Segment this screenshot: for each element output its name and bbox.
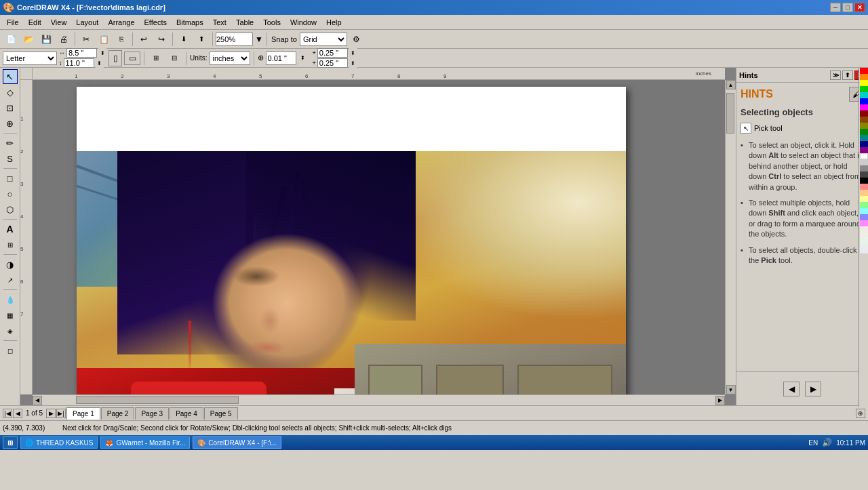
color-swatch-olive[interactable] — [860, 123, 868, 129]
table-tool-button[interactable]: ⊞ — [3, 237, 18, 252]
print-button[interactable]: 🖨 — [56, 32, 72, 47]
minimize-button[interactable]: ─ — [830, 3, 841, 12]
color-swatch-yellow[interactable] — [860, 80, 868, 86]
menu-text[interactable]: Text — [209, 17, 231, 28]
color-swatch-lt-cyan[interactable] — [860, 208, 868, 214]
freehand-tool-button[interactable]: ✏ — [3, 136, 18, 150]
color-swatch-green[interactable] — [860, 86, 868, 92]
color-swatch-purple[interactable] — [860, 147, 868, 153]
menu-effects[interactable]: Effects — [140, 17, 171, 28]
snap-settings[interactable]: ⚙ — [349, 32, 365, 47]
vscroll-up[interactable]: ▲ — [726, 80, 736, 89]
zoom-input[interactable]: 250% — [216, 33, 253, 46]
page-tab-2[interactable]: Page 2 — [101, 407, 135, 420]
color-swatch-lt-orange[interactable] — [860, 190, 868, 196]
dup-x-spinner[interactable]: ⬍ — [349, 48, 357, 58]
hints-next-button[interactable]: ▶ — [805, 382, 821, 396]
crop-tool-button[interactable]: ⊡ — [3, 100, 18, 115]
vscrollbar[interactable]: ▲ ▼ — [725, 80, 736, 394]
color-swatch-black[interactable] — [860, 178, 868, 184]
menu-file[interactable]: File — [3, 17, 23, 28]
hints-expand-button[interactable]: ≫ — [830, 70, 841, 80]
width-spinner[interactable]: ⬍ — [98, 48, 106, 58]
smart-draw-button[interactable]: S — [3, 151, 18, 166]
canvas-area[interactable]: 1 2 3 4 5 6 7 8 9 inches 1 2 3 4 — [20, 68, 736, 405]
color-swatch-pink[interactable] — [860, 184, 868, 190]
color-swatch-lt-magenta[interactable] — [860, 220, 868, 226]
menu-bitmaps[interactable]: Bitmaps — [172, 17, 208, 28]
polygon-tool-button[interactable]: ⬡ — [3, 202, 18, 217]
page-last-button[interactable]: ▶| — [56, 409, 66, 418]
menu-window[interactable]: Window — [286, 17, 321, 28]
color-swatch-dark-red[interactable] — [860, 110, 868, 117]
duplicate-x-input[interactable] — [317, 48, 348, 58]
hscroll-right[interactable]: ▶ — [715, 396, 725, 405]
smart-fill-button[interactable]: ◈ — [3, 323, 18, 338]
units-dropdown[interactable]: inches — [210, 52, 250, 65]
duplicate-y-input[interactable] — [317, 58, 348, 68]
undo-button[interactable]: ↩ — [136, 32, 152, 47]
color-swatch-dark-green[interactable] — [860, 129, 868, 135]
color-swatch-white[interactable] — [860, 153, 868, 159]
eyedropper-tool-button[interactable]: 💧 — [3, 292, 18, 307]
color-swatch-cyan[interactable] — [860, 92, 868, 98]
start-button[interactable]: ⊞ — [3, 436, 18, 449]
ellipse-tool-button[interactable]: ○ — [3, 186, 18, 201]
pick-tool-button[interactable]: ↖ — [3, 69, 18, 84]
nudge-input[interactable] — [266, 52, 296, 65]
menu-view[interactable]: View — [47, 17, 71, 28]
snap-dropdown[interactable]: Grid — [300, 33, 347, 46]
menu-tools[interactable]: Tools — [259, 17, 285, 28]
page-tab-1[interactable]: Page 1 — [66, 407, 100, 420]
color-swatch-lt-green[interactable] — [860, 202, 868, 208]
page-prev-button[interactable]: ◀ — [13, 409, 22, 418]
cut-button[interactable]: ✂ — [78, 32, 94, 47]
color-swatch-navy[interactable] — [860, 141, 868, 147]
page-tab-4[interactable]: Page 4 — [170, 407, 203, 420]
paste-button[interactable]: ⎘ — [113, 32, 130, 47]
new-button[interactable]: 📄 — [3, 32, 19, 47]
page-zoom-fit[interactable]: ⊕ — [856, 409, 865, 418]
shape-tool-button[interactable]: ◇ — [3, 85, 18, 100]
blend-tool-button[interactable]: ◑ — [3, 257, 18, 272]
color-swatch-ltgray[interactable] — [860, 159, 868, 165]
color-swatch-red[interactable] — [860, 68, 868, 74]
page-size-dropdown[interactable]: Letter — [3, 52, 57, 65]
hscroll-left[interactable]: ◀ — [33, 396, 42, 405]
connector-tool-button[interactable]: ↗ — [3, 272, 18, 287]
menu-arrange[interactable]: Arrange — [104, 17, 138, 28]
menu-edit[interactable]: Edit — [24, 17, 45, 28]
import-button[interactable]: ⬇ — [176, 32, 192, 47]
fill-tool-button[interactable]: ▦ — [3, 308, 18, 323]
taskbar-gwarnet[interactable]: 🦊 GWarnet - Mozilla Fir... — [100, 436, 190, 449]
save-button[interactable]: 💾 — [38, 32, 54, 47]
zoom-tool-button[interactable]: ⊕ — [3, 116, 18, 131]
outline-tool-button[interactable]: ◻ — [3, 343, 18, 358]
canvas-viewport[interactable] — [33, 80, 725, 394]
page-tab-3[interactable]: Page 3 — [135, 407, 169, 420]
color-swatch-gray[interactable] — [860, 165, 868, 171]
color-swatch-lt-blue[interactable] — [860, 214, 868, 220]
nudge-spinner[interactable]: ⬍ — [298, 51, 308, 66]
page-width-input[interactable] — [66, 48, 97, 58]
dup-y-spinner[interactable]: ⬍ — [349, 58, 357, 68]
menu-table[interactable]: Table — [232, 17, 258, 28]
hscrollbar[interactable]: ◀ ▶ — [33, 394, 725, 405]
taskbar-thread-kaskus[interactable]: 🌐 THREAD KASKUS — [20, 436, 98, 449]
hints-prev-button[interactable]: ◀ — [783, 382, 800, 396]
page-tab-5[interactable]: Page 5 — [204, 407, 238, 420]
portrait-button[interactable]: ▯ — [108, 50, 122, 66]
open-button[interactable]: 📂 — [20, 32, 37, 47]
color-swatch-teal[interactable] — [860, 135, 868, 141]
menu-layout[interactable]: Layout — [72, 17, 102, 28]
hscroll-thumb[interactable] — [76, 396, 239, 404]
color-swatch-lt-yellow[interactable] — [860, 196, 868, 202]
vscroll-down[interactable]: ▼ — [726, 385, 736, 394]
copy-button[interactable]: 📋 — [96, 32, 112, 47]
close-button[interactable]: ✕ — [854, 3, 865, 12]
current-page-button[interactable]: ⊟ — [166, 51, 182, 66]
landscape-button[interactable]: ▭ — [124, 52, 140, 65]
zoom-dropdown[interactable]: ▼ — [254, 32, 264, 47]
text-tool-button[interactable]: A — [3, 222, 18, 237]
export-button[interactable]: ⬆ — [193, 32, 210, 47]
